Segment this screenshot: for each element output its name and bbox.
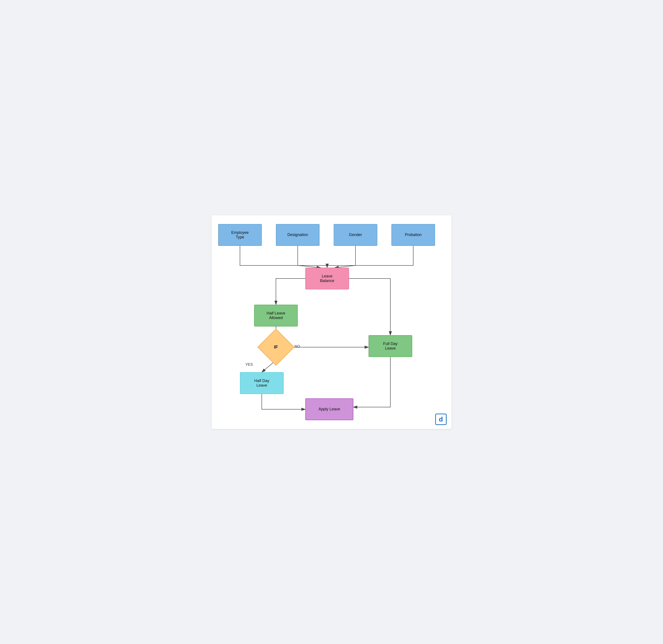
half-day-leave-node: Half Day Leave [240, 372, 283, 394]
designation-node: Designation [276, 224, 320, 246]
drawio-logo: d [435, 414, 447, 425]
if-diamond-label: IF [274, 345, 278, 350]
full-day-leave-label: Full Day Leave [383, 342, 397, 351]
probation-node: Probation [391, 224, 435, 246]
svg-line-1 [298, 266, 321, 268]
half-leave-allowed-label: Half Leave Allowed [267, 311, 285, 320]
if-diamond-wrapper: IF [263, 334, 289, 360]
logo-letter: d [439, 416, 443, 423]
employee-type-node: Employee Type [218, 224, 262, 246]
leave-balance-node: Leave Balance [305, 268, 349, 290]
gender-label: Gender [349, 233, 362, 237]
yes-label: YES [245, 363, 253, 367]
svg-line-3 [335, 266, 356, 268]
probation-label: Probation [405, 233, 421, 237]
half-leave-allowed-node: Half Leave Allowed [254, 305, 298, 326]
half-day-leave-label: Half Day Leave [254, 378, 269, 388]
gender-node: Gender [334, 224, 377, 246]
no-label: NO [294, 344, 300, 349]
apply-leave-node: Apply Leave [305, 398, 353, 420]
employee-type-label: Employee Type [231, 230, 249, 239]
apply-leave-label: Apply Leave [318, 407, 340, 411]
designation-label: Designation [287, 233, 308, 237]
connector-svg [212, 215, 451, 429]
diagram-container: Employee Type Designation Gender Probati… [212, 215, 451, 429]
leave-balance-label: Leave Balance [320, 274, 334, 283]
full-day-leave-node: Full Day Leave [369, 335, 412, 357]
